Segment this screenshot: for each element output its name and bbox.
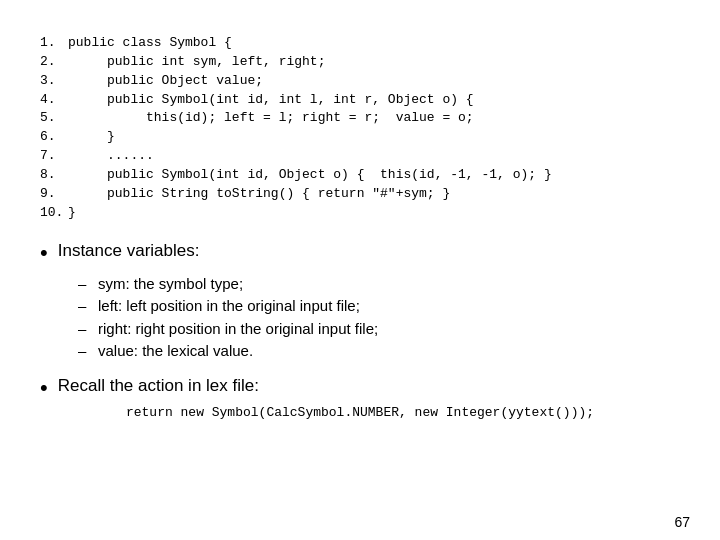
recall-code: return new Symbol(CalcSymbol.NUMBER, new… (40, 405, 680, 420)
code-line: 5. this(id); left = l; right = r; value … (40, 109, 680, 128)
line-num: 1. (40, 34, 68, 53)
sub-item: –right: right position in the original i… (78, 318, 680, 341)
sub-list: –sym: the symbol type;–left: left positi… (78, 273, 680, 363)
instance-variables-section: • Instance variables: –sym: the symbol t… (40, 240, 680, 370)
line-num: 5. (40, 109, 68, 128)
line-code: public Symbol(int id, Object o) { this(i… (68, 166, 552, 185)
line-num: 7. (40, 147, 68, 166)
recall-label: Recall the action in lex file: (58, 375, 259, 397)
code-line: 8. public Symbol(int id, Object o) { thi… (40, 166, 680, 185)
line-num: 6. (40, 128, 68, 147)
sub-item-text: value: the lexical value. (98, 340, 253, 363)
line-num: 2. (40, 53, 68, 72)
line-code: this(id); left = l; right = r; value = o… (68, 109, 474, 128)
code-line: 2. public int sym, left, right; (40, 53, 680, 72)
line-code: public int sym, left, right; (68, 53, 325, 72)
line-code: ...... (68, 147, 154, 166)
sub-item-text: left: left position in the original inpu… (98, 295, 360, 318)
line-code: public String toString() { return "#"+sy… (68, 185, 450, 204)
line-code: public Object value; (68, 72, 263, 91)
code-line: 10.} (40, 204, 680, 223)
bullet-recall: • Recall the action in lex file: (40, 375, 680, 401)
line-num: 4. (40, 91, 68, 110)
code-line: 1.public class Symbol { (40, 34, 680, 53)
sub-item-text: right: right position in the original in… (98, 318, 378, 341)
line-code: } (68, 204, 76, 223)
dash: – (78, 295, 90, 318)
code-block: 1.public class Symbol {2. public int sym… (40, 34, 680, 222)
line-code: public Symbol(int id, int l, int r, Obje… (68, 91, 474, 110)
code-line: 7. ...... (40, 147, 680, 166)
line-num: 3. (40, 72, 68, 91)
line-code: } (68, 128, 115, 147)
recall-bullet-dot: • (40, 375, 48, 401)
page-number: 67 (674, 514, 690, 530)
dash: – (78, 318, 90, 341)
sub-item: –sym: the symbol type; (78, 273, 680, 296)
line-num: 8. (40, 166, 68, 185)
dash: – (78, 340, 90, 363)
sub-item: –left: left position in the original inp… (78, 295, 680, 318)
sub-item-text: sym: the symbol type; (98, 273, 243, 296)
instance-variables-label: Instance variables: (58, 240, 200, 262)
code-line: 6. } (40, 128, 680, 147)
bullet-instance-variables: • Instance variables: (40, 240, 680, 266)
line-num: 9. (40, 185, 68, 204)
line-num: 10. (40, 204, 68, 223)
dash: – (78, 273, 90, 296)
code-line: 4. public Symbol(int id, int l, int r, O… (40, 91, 680, 110)
recall-section: • Recall the action in lex file: return … (40, 375, 680, 420)
code-line: 9. public String toString() { return "#"… (40, 185, 680, 204)
line-code: public class Symbol { (68, 34, 232, 53)
code-line: 3. public Object value; (40, 72, 680, 91)
bullet-dot: • (40, 240, 48, 266)
sub-item: –value: the lexical value. (78, 340, 680, 363)
